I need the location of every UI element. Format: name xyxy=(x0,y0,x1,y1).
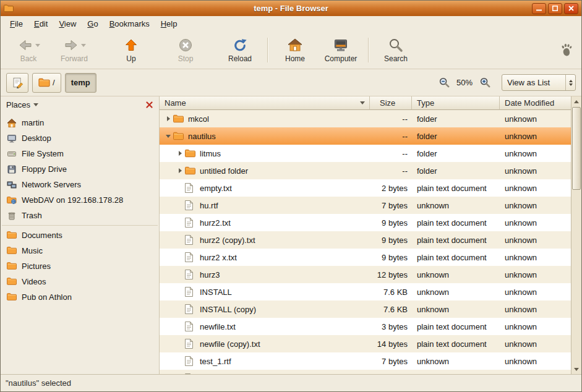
sidebar-item-trash[interactable]: Trash xyxy=(1,208,159,223)
column-header-date[interactable]: Date Modified xyxy=(500,96,571,110)
file-icon xyxy=(185,304,196,314)
table-row[interactable]: untitled folder (2)1.7 KBunknownunknown xyxy=(160,370,571,374)
maximize-button[interactable] xyxy=(548,3,562,14)
table-row[interactable]: untitled folder--folderunknown xyxy=(160,162,571,179)
scrollbar-track[interactable] xyxy=(571,106,581,364)
vertical-scrollbar[interactable] xyxy=(571,96,581,374)
expander-open-icon[interactable] xyxy=(163,135,173,138)
sidebar-item-label: martin xyxy=(22,118,44,127)
minimize-button[interactable] xyxy=(532,3,546,14)
folder-icon xyxy=(7,262,17,271)
window-icon xyxy=(4,3,15,14)
sidebar-item-videos[interactable]: Videos xyxy=(1,274,159,289)
table-row[interactable]: test_1.rtf7 bytesunknownunknown xyxy=(160,352,571,370)
close-sidebar-button[interactable] xyxy=(144,100,155,110)
desktop-icon xyxy=(7,134,17,143)
statusbar: "nautilus" selected xyxy=(1,374,581,391)
path-button-root[interactable]: / xyxy=(32,73,61,93)
table-row[interactable]: mkcol--folderunknown xyxy=(160,110,571,127)
sidebar-item-webdav-on-192-168-178-28[interactable]: WebDAV on 192.168.178.28 xyxy=(1,192,159,208)
menu-help[interactable]: Help xyxy=(155,17,183,30)
file-date-modified: unknown xyxy=(500,305,571,314)
table-row[interactable]: newfile.txt3 bytesplain text documentunk… xyxy=(160,318,571,335)
table-row[interactable]: litmus--folderunknown xyxy=(160,145,571,162)
table-row[interactable]: hurz2 x.txt9 bytesplain text documentunk… xyxy=(160,249,571,266)
back-dropdown-icon[interactable] xyxy=(35,44,40,47)
reload-icon xyxy=(232,37,248,53)
view-mode-spinner[interactable] xyxy=(565,75,575,90)
menu-view[interactable]: View xyxy=(53,17,82,30)
home-button[interactable]: Home xyxy=(272,35,318,64)
file-date-modified: unknown xyxy=(500,339,571,349)
table-row[interactable]: hurz312 bytesunknownunknown xyxy=(160,266,571,283)
expander-closed-icon[interactable] xyxy=(175,151,185,156)
view-mode-select[interactable]: View as List xyxy=(502,74,576,91)
file-date-modified: unknown xyxy=(500,322,571,331)
file-type: plain text document xyxy=(412,184,500,193)
sidebar-item-floppy-drive[interactable]: Floppy Drive xyxy=(1,161,159,177)
reload-button[interactable]: Reload xyxy=(217,35,263,64)
sort-indicator-icon xyxy=(360,101,365,104)
toolbar: Back Forward Up Stop Reload xyxy=(1,31,581,69)
computer-label: Computer xyxy=(325,54,357,63)
file-size: 2 bytes xyxy=(370,184,412,193)
folder-icon xyxy=(173,131,184,141)
menu-edit[interactable]: Edit xyxy=(28,17,53,30)
menu-bookmarks[interactable]: Bookmarks xyxy=(104,17,155,30)
zoom-in-button[interactable] xyxy=(478,76,492,90)
table-row[interactable]: newfile (copy).txt14 bytesplain text doc… xyxy=(160,335,571,352)
sidebar-item-label: Pub on Athlon xyxy=(22,292,72,302)
sidebar-item-label: Network Servers xyxy=(22,180,81,189)
sidebar-item-pub-on-athlon[interactable]: Pub on Athlon xyxy=(1,289,159,305)
column-header-type[interactable]: Type xyxy=(412,96,500,110)
sidebar-item-music[interactable]: Music xyxy=(1,243,159,258)
table-row[interactable]: nautilus--folderunknown xyxy=(160,127,571,145)
menu-go[interactable]: Go xyxy=(82,17,103,30)
spinner-down-icon xyxy=(569,83,573,86)
column-header-name[interactable]: Name xyxy=(160,96,370,110)
places-header[interactable]: Places xyxy=(1,96,159,113)
scrollbar-thumb[interactable] xyxy=(572,107,581,190)
up-button[interactable]: Up xyxy=(108,35,154,64)
back-button[interactable]: Back xyxy=(6,35,51,64)
file-type: unknown xyxy=(412,288,500,297)
home-icon xyxy=(7,118,17,128)
file-name: empty.txt xyxy=(200,184,232,193)
titlebar[interactable]: temp - File Browser xyxy=(1,1,581,16)
forward-dropdown-icon[interactable] xyxy=(81,44,86,47)
table-row[interactable]: hu.rtf7 bytesunknownunknown xyxy=(160,197,571,214)
edit-location-button[interactable] xyxy=(6,73,28,93)
sidebar-item-pictures[interactable]: Pictures xyxy=(1,258,159,274)
table-row[interactable]: INSTALL (copy)7.6 KBunknownunknown xyxy=(160,300,571,318)
scroll-up-button[interactable] xyxy=(571,96,581,106)
close-button[interactable] xyxy=(564,3,578,14)
file-type: unknown xyxy=(412,305,500,314)
menu-file[interactable]: File xyxy=(4,17,28,30)
file-size: 14 bytes xyxy=(370,339,412,349)
computer-button[interactable]: Computer xyxy=(318,35,364,64)
column-header-size[interactable]: Size xyxy=(370,96,412,110)
sidebar-item-documents[interactable]: Documents xyxy=(1,228,159,243)
search-button[interactable]: Search xyxy=(373,35,419,64)
sidebar-item-file-system[interactable]: File System xyxy=(1,146,159,161)
column-header-name-label: Name xyxy=(165,98,186,108)
expander-closed-icon[interactable] xyxy=(163,116,173,121)
path-button-current[interactable]: temp xyxy=(65,73,96,93)
file-name: test_1.rtf xyxy=(200,357,231,366)
file-type: unknown xyxy=(412,357,500,366)
table-row[interactable]: INSTALL7.6 KBunknownunknown xyxy=(160,283,571,300)
stop-button[interactable]: Stop xyxy=(163,35,208,64)
expander-closed-icon[interactable] xyxy=(175,168,185,173)
table-row[interactable]: hurz2.txt9 bytesplain text documentunkno… xyxy=(160,214,571,231)
table-row[interactable]: empty.txt2 bytesplain text documentunkno… xyxy=(160,179,571,197)
sidebar-item-martin[interactable]: martin xyxy=(1,115,159,130)
zoom-out-button[interactable] xyxy=(437,76,451,90)
file-name: newfile (copy).txt xyxy=(200,339,260,349)
home-icon xyxy=(287,37,303,53)
scroll-down-button[interactable] xyxy=(571,364,581,374)
edit-location-icon xyxy=(11,77,24,89)
forward-button[interactable]: Forward xyxy=(51,35,97,64)
table-row[interactable]: hurz2 (copy).txt9 bytesplain text docume… xyxy=(160,231,571,249)
sidebar-item-network-servers[interactable]: Network Servers xyxy=(1,177,159,192)
sidebar-item-desktop[interactable]: Desktop xyxy=(1,130,159,146)
